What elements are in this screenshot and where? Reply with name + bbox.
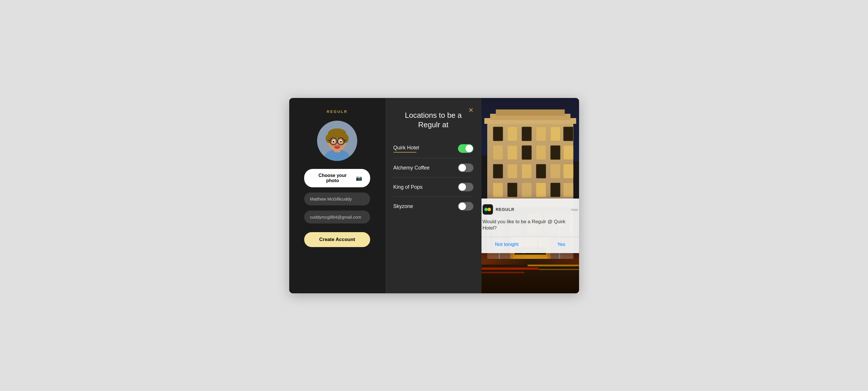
location-name: Quirk Hotel: [394, 145, 419, 150]
location-name: Alchemy Coffee: [394, 165, 430, 171]
location-divider: [394, 152, 416, 152]
location-name: Skyzone: [394, 203, 413, 210]
svg-rect-40: [522, 164, 532, 178]
svg-rect-47: [536, 183, 546, 197]
screen-registration: REGULR: [289, 98, 385, 293]
list-item: Alchemy Coffee: [394, 158, 473, 177]
skyzone-toggle[interactable]: [458, 202, 473, 211]
screen-hotel: QUIRK: [482, 98, 579, 293]
list-item: Quirk Hotel: [394, 139, 473, 158]
location-name: King of Pops: [394, 184, 423, 190]
toggle-knob: [459, 202, 466, 210]
brand-label: REGULR: [327, 109, 348, 114]
notification-card: REGULR now Would you like to be a Regulr…: [482, 198, 579, 253]
email-input[interactable]: [304, 211, 370, 224]
svg-point-17: [333, 144, 342, 147]
toggle-knob: [459, 183, 466, 191]
svg-rect-56: [482, 272, 525, 273]
svg-rect-24: [496, 109, 565, 116]
svg-rect-42: [550, 164, 560, 178]
list-item: King of Pops: [394, 177, 473, 197]
yes-button[interactable]: Yes: [552, 241, 571, 249]
svg-rect-57: [527, 264, 579, 266]
locations-title: Locations to be a Regulr at: [394, 111, 473, 130]
notification-app-info: REGULR: [483, 204, 515, 215]
svg-rect-26: [493, 127, 503, 141]
notification-actions: Not tonight Yes: [483, 241, 578, 249]
svg-rect-45: [507, 183, 517, 197]
app-icon-circles: [484, 208, 491, 211]
svg-rect-39: [507, 164, 517, 178]
notification-app-name: REGULR: [496, 207, 515, 212]
svg-point-14: [333, 141, 334, 142]
close-button[interactable]: ✕: [468, 107, 473, 114]
hotel-background: QUIRK: [482, 98, 579, 293]
svg-rect-36: [550, 145, 560, 160]
quirk-hotel-toggle[interactable]: [458, 144, 473, 153]
actions-divider: [538, 241, 538, 249]
svg-rect-28: [522, 127, 532, 141]
alchemy-coffee-toggle[interactable]: [458, 164, 473, 172]
svg-rect-33: [507, 145, 517, 160]
notification-header: REGULR now: [483, 204, 578, 215]
svg-rect-38: [493, 164, 503, 178]
not-tonight-button[interactable]: Not tonight: [489, 241, 524, 249]
list-item: Skyzone: [394, 197, 473, 216]
choose-photo-label: Choose your photo: [312, 173, 353, 183]
svg-rect-32: [493, 145, 503, 160]
svg-rect-49: [563, 183, 573, 197]
notification-time: now: [571, 207, 578, 212]
screen-locations: ✕ Locations to be a Regulr at Quirk Hote…: [385, 98, 482, 293]
svg-rect-46: [522, 183, 532, 197]
svg-rect-58: [539, 269, 579, 270]
svg-rect-35: [536, 145, 546, 160]
name-input[interactable]: [304, 193, 370, 205]
icon-circle-green: [484, 208, 488, 211]
camera-icon: 📷: [356, 175, 362, 181]
svg-rect-55: [482, 268, 539, 270]
svg-rect-48: [550, 183, 560, 197]
svg-rect-27: [507, 127, 517, 141]
svg-point-15: [340, 141, 342, 142]
notification-body: Would you like to be a Regulr @ Quirk Ho…: [483, 219, 578, 231]
svg-rect-34: [522, 145, 532, 160]
screens-container: REGULR: [289, 98, 579, 293]
svg-rect-43: [563, 164, 573, 178]
svg-rect-30: [550, 127, 560, 141]
svg-rect-31: [563, 127, 573, 141]
king-of-pops-toggle[interactable]: [458, 183, 473, 191]
choose-photo-button[interactable]: Choose your photo 📷: [304, 169, 370, 187]
svg-rect-41: [536, 164, 546, 178]
icon-circle-yellow: [488, 208, 491, 211]
toggle-knob: [459, 164, 466, 171]
svg-rect-37: [563, 145, 573, 160]
notification-divider: [482, 237, 579, 237]
avatar: [317, 121, 357, 161]
svg-rect-44: [493, 183, 503, 197]
create-account-button[interactable]: Create Account: [304, 232, 370, 247]
svg-rect-29: [536, 127, 546, 141]
app-icon: [483, 204, 493, 215]
toggle-knob: [465, 145, 473, 152]
